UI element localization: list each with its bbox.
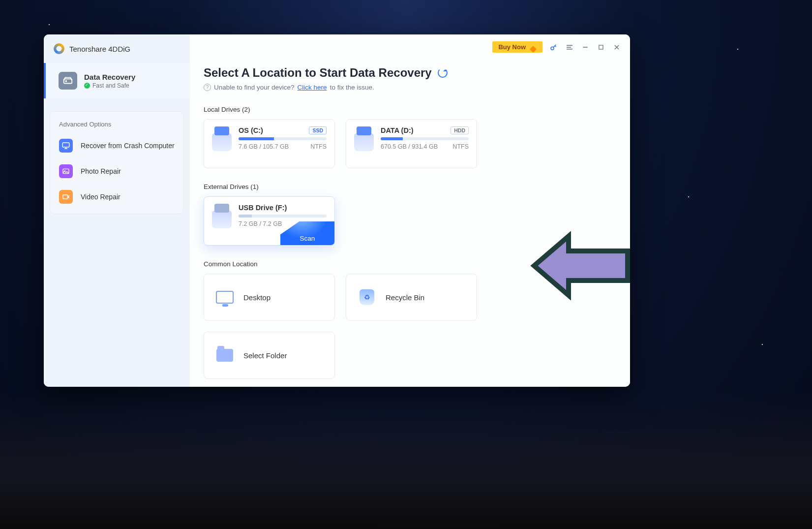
refresh-icon[interactable] — [438, 68, 448, 78]
desktop-icon — [215, 288, 235, 307]
main-content: Buy Now Select A Location to Start Data … — [190, 34, 630, 387]
sidebar-item-label: Data Recovery — [84, 73, 135, 81]
topbar: Buy Now — [492, 41, 621, 53]
recycle-bin-icon — [357, 288, 377, 307]
close-icon[interactable] — [612, 43, 621, 52]
svg-rect-5 — [63, 195, 67, 199]
drive-space: 670.5 GB / 931.4 GB — [381, 143, 438, 150]
brand: Tenorshare 4DDiG — [44, 34, 190, 63]
drive-card-data-d[interactable]: DATA (D:) HDD 670.5 GB / 931.4 GB NTFS — [346, 119, 477, 168]
common-card-desktop[interactable]: Desktop — [204, 274, 335, 321]
buy-now-button[interactable]: Buy Now — [492, 41, 542, 53]
sidebar-item-video-repair[interactable]: Video Repair — [50, 184, 183, 210]
sidebar-item-recover-crash[interactable]: Recover from Crash Computer — [50, 133, 183, 158]
common-label: Recycle Bin — [386, 293, 424, 302]
brand-name: Tenorshare 4DDiG — [69, 45, 130, 53]
diamond-icon — [530, 42, 537, 49]
svg-point-6 — [551, 47, 554, 50]
drive-fs: NTFS — [452, 143, 469, 150]
brand-logo-icon — [54, 43, 64, 54]
help-icon: ? — [204, 84, 211, 91]
local-drives-row: OS (C:) SSD 7.6 GB / 105.7 GB NTFS DATA … — [204, 119, 616, 168]
app-window: Tenorshare 4DDiG Data Recovery Fast and … — [44, 34, 630, 387]
sidebar: Tenorshare 4DDiG Data Recovery Fast and … — [44, 34, 190, 387]
drive-card-usb-f[interactable]: USB Drive (F:) 7.2 GB / 7.2 GB Scan — [204, 196, 335, 246]
drive-card-os-c[interactable]: OS (C:) SSD 7.6 GB / 105.7 GB NTFS — [204, 119, 335, 168]
common-label: Desktop — [243, 293, 271, 302]
sidebar-item-subtitle: Fast and Safe — [84, 82, 135, 89]
drive-fs: NTFS — [310, 143, 327, 150]
drive-name: DATA (D:) — [381, 126, 414, 134]
common-label: Select Folder — [243, 351, 287, 360]
help-link[interactable]: Click here — [298, 84, 327, 91]
help-row: ? Unable to find your device? Click here… — [204, 84, 616, 91]
maximize-icon[interactable] — [597, 43, 605, 52]
drive-usage-bar — [381, 137, 469, 140]
drive-usage-bar — [239, 137, 327, 140]
folder-icon — [215, 346, 235, 365]
desktop-background-ground — [0, 391, 812, 529]
drive-name: USB Drive (F:) — [239, 204, 287, 212]
section-label-common: Common Location — [204, 260, 616, 268]
key-icon[interactable] — [549, 43, 558, 52]
svg-point-1 — [65, 81, 66, 82]
advanced-options-group: Advanced Options Recover from Crash Comp… — [50, 111, 184, 214]
drive-space: 7.2 GB / 7.2 GB — [239, 220, 282, 227]
drive-name: OS (C:) — [239, 126, 263, 134]
drive-tag: SSD — [309, 126, 327, 134]
menu-icon[interactable] — [565, 43, 574, 52]
sidebar-item-label: Video Repair — [81, 193, 120, 201]
drive-icon — [354, 133, 374, 151]
common-card-recycle-bin[interactable]: Recycle Bin — [346, 274, 477, 321]
video-icon — [59, 190, 73, 204]
sidebar-item-label: Photo Repair — [81, 167, 121, 175]
common-locations-row: Desktop Recycle Bin Select Folder — [204, 274, 616, 379]
external-drives-row: USB Drive (F:) 7.2 GB / 7.2 GB Scan — [204, 196, 616, 246]
svg-rect-2 — [62, 143, 69, 147]
usb-drive-icon — [212, 211, 232, 228]
sidebar-item-photo-repair[interactable]: Photo Repair — [50, 158, 183, 184]
svg-rect-0 — [64, 79, 72, 83]
monitor-c-icon — [59, 139, 73, 153]
section-label-local: Local Drives (2) — [204, 106, 616, 113]
sidebar-item-data-recovery[interactable]: Data Recovery Fast and Safe — [44, 63, 190, 98]
minimize-icon[interactable] — [581, 43, 590, 52]
section-label-external: External Drives (1) — [204, 183, 616, 190]
advanced-options-header: Advanced Options — [50, 118, 183, 133]
common-card-select-folder[interactable]: Select Folder — [204, 332, 335, 379]
drive-usage-bar — [239, 215, 327, 218]
buy-now-label: Buy Now — [498, 43, 526, 51]
shield-check-icon — [84, 83, 90, 89]
photo-icon — [59, 164, 73, 178]
drive-tag: HDD — [451, 126, 469, 134]
help-text-suffix: to fix the issue. — [330, 84, 374, 91]
page-title: Select A Location to Start Data Recovery — [204, 66, 616, 80]
drive-icon — [212, 133, 232, 151]
sidebar-item-label: Recover from Crash Computer — [81, 142, 175, 150]
drive-space: 7.6 GB / 105.7 GB — [239, 143, 289, 150]
hard-drive-icon — [59, 72, 77, 90]
help-text-prefix: Unable to find your device? — [214, 84, 295, 91]
svg-rect-7 — [599, 45, 603, 49]
